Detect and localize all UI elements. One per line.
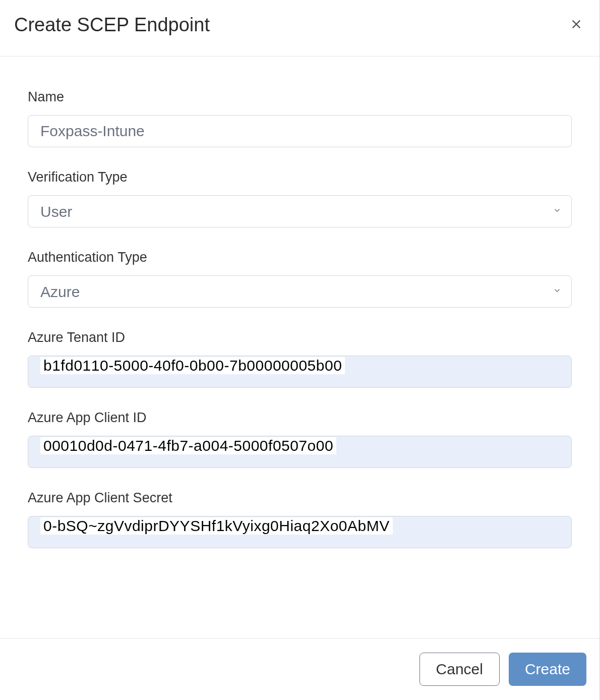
modal-header: Create SCEP Endpoint <box>0 0 599 56</box>
verification-type-select-wrapper: User <box>28 195 572 227</box>
authentication-type-select[interactable]: Azure <box>28 275 572 308</box>
redacted-value: b1fd0110-5000-40f0-0b00-7b00000005b00 <box>40 357 345 374</box>
cancel-button[interactable]: Cancel <box>419 653 500 686</box>
redacted-value: 00010d0d-0471-4fb7-a004-5000f0507o00 <box>40 437 336 454</box>
azure-app-client-secret-label: Azure App Client Secret <box>28 490 572 506</box>
azure-app-client-secret-field-group: Azure App Client Secret 0-bSQ~zgVvdiprDY… <box>28 490 572 548</box>
azure-app-client-secret-input[interactable]: 0-bSQ~zgVvdiprDYYSHf1kVyixg0Hiaq2Xo0AbMV <box>28 516 572 548</box>
azure-app-client-id-label: Azure App Client ID <box>28 410 572 426</box>
verification-type-select[interactable]: User <box>28 195 572 227</box>
close-button[interactable] <box>567 15 585 35</box>
close-icon <box>569 25 583 33</box>
verification-type-label: Verification Type <box>28 169 572 185</box>
azure-tenant-id-input[interactable]: b1fd0110-5000-40f0-0b00-7b00000005b00 <box>28 356 572 388</box>
create-scep-endpoint-modal: Create SCEP Endpoint Name Verification T… <box>0 0 600 700</box>
modal-body: Name Verification Type User Authenticati… <box>0 56 599 638</box>
verification-type-field-group: Verification Type User <box>28 169 572 227</box>
create-button[interactable]: Create <box>509 653 586 686</box>
azure-tenant-id-label: Azure Tenant ID <box>28 330 572 345</box>
name-input[interactable] <box>28 115 572 147</box>
authentication-type-field-group: Authentication Type Azure <box>28 250 572 308</box>
azure-app-client-id-field-group: Azure App Client ID 00010d0d-0471-4fb7-a… <box>28 410 572 468</box>
azure-app-client-id-input[interactable]: 00010d0d-0471-4fb7-a004-5000f0507o00 <box>28 436 572 468</box>
authentication-type-label: Authentication Type <box>28 250 572 265</box>
name-label: Name <box>28 89 572 105</box>
modal-footer: Cancel Create <box>0 638 599 700</box>
azure-tenant-id-field-group: Azure Tenant ID b1fd0110-5000-40f0-0b00-… <box>28 330 572 388</box>
redacted-value: 0-bSQ~zgVvdiprDYYSHf1kVyixg0Hiaq2Xo0AbMV <box>40 517 393 535</box>
modal-title: Create SCEP Endpoint <box>14 14 210 36</box>
name-field-group: Name <box>28 89 572 147</box>
authentication-type-select-wrapper: Azure <box>28 275 572 308</box>
